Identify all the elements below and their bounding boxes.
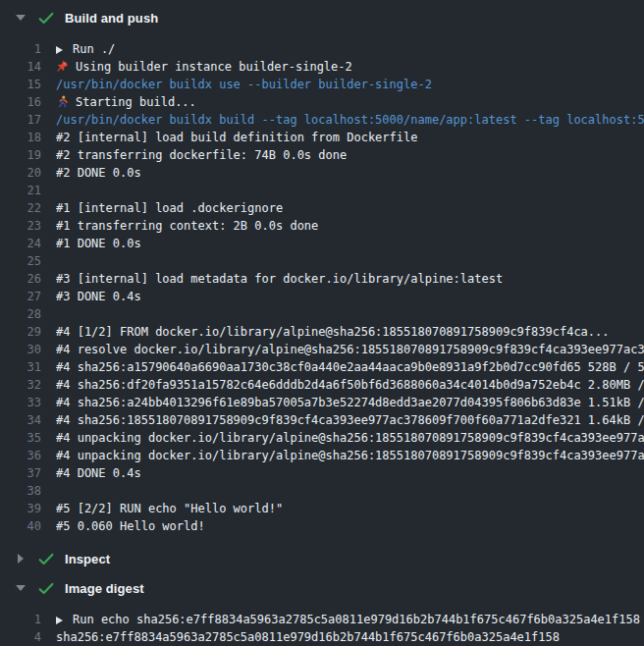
- log-line: 32 #4 sha256:df20fa9351a15782c64e6dddb2d…: [0, 376, 644, 394]
- runner-icon: [56, 95, 69, 108]
- line-number[interactable]: 17: [0, 111, 41, 129]
- line-text: #2 transferring dockerfile: 74B 0.0s don…: [56, 146, 347, 164]
- log-line: 35 #4 unpacking docker.io/library/alpine…: [0, 429, 644, 447]
- step-header[interactable]: Inspect: [0, 548, 644, 569]
- line-number[interactable]: 37: [0, 464, 41, 482]
- line-number[interactable]: 40: [0, 517, 41, 535]
- log-line: 17 /usr/bin/docker buildx build --tag lo…: [0, 111, 644, 129]
- log-line: 16 Starting build...: [0, 93, 644, 111]
- line-number[interactable]: 39: [0, 500, 41, 517]
- log-line: 24 #1 DONE 0.0s: [0, 235, 644, 252]
- step-log-lines: 1 Run ./ 14 Using builder instance build…: [0, 40, 644, 535]
- line-number[interactable]: 20: [0, 164, 41, 182]
- line-text: Using builder instance builder-single-2: [56, 58, 352, 76]
- line-number[interactable]: 18: [0, 129, 41, 146]
- success-check-icon: [38, 11, 54, 25]
- line-text: #1 transferring context: 2B 0.0s done: [56, 217, 318, 235]
- line-number[interactable]: 21: [0, 182, 41, 199]
- step-header[interactable]: Image digest: [0, 577, 644, 599]
- line-number[interactable]: 19: [0, 146, 41, 164]
- line-number[interactable]: 26: [0, 270, 41, 288]
- log-line: 4 sha256:e7ff8834a5963a2785c5a0811e979d1…: [0, 628, 644, 646]
- line-number[interactable]: 14: [0, 58, 41, 76]
- line-text: #5 0.060 Hello world!: [56, 517, 205, 535]
- line-number[interactable]: 35: [0, 429, 41, 447]
- line-number[interactable]: 23: [0, 217, 41, 235]
- success-check-icon: [38, 552, 54, 565]
- line-number[interactable]: 36: [0, 447, 41, 464]
- line-number[interactable]: 1: [0, 611, 41, 628]
- line-number[interactable]: 34: [0, 411, 41, 429]
- play-triangle-icon[interactable]: [56, 617, 63, 624]
- line-text: #4 sha256:185518070891758909c9f839cf4ca3…: [56, 411, 644, 429]
- line-text: /usr/bin/docker buildx build --tag local…: [56, 111, 644, 129]
- pushpin-icon: [56, 60, 69, 73]
- line-number[interactable]: 24: [0, 235, 41, 252]
- log-line: 39 #5 [2/2] RUN echo "Hello world!": [0, 500, 644, 517]
- line-number[interactable]: 28: [0, 305, 41, 323]
- line-text: #4 sha256:a24bb4013296f61e89ba57005a7b3e…: [56, 394, 644, 411]
- line-text[interactable]: Run ./: [56, 40, 115, 58]
- line-text: #4 sha256:df20fa9351a15782c64e6dddb2d4a6…: [56, 376, 644, 394]
- line-number[interactable]: 27: [0, 288, 41, 305]
- line-text: #4 unpacking docker.io/library/alpine@sh…: [56, 447, 644, 464]
- log-line: 27 #3 DONE 0.4s: [0, 288, 644, 305]
- line-number[interactable]: 33: [0, 394, 41, 411]
- step-log-lines: 1 Run echo sha256:e7ff8834a5963a2785c5a0…: [0, 611, 644, 646]
- success-check-icon: [38, 581, 54, 595]
- workflow-log-page: Build and push 1 Run ./ 14 Using builder…: [0, 0, 644, 646]
- line-text: #4 sha256:a15790640a6690aa1730c38cf0a440…: [56, 358, 644, 376]
- log-line: 14 Using builder instance builder-single…: [0, 58, 644, 76]
- log-line: 15 /usr/bin/docker buildx use --builder …: [0, 76, 644, 93]
- log-line: 33 #4 sha256:a24bb4013296f61e89ba57005a7…: [0, 394, 644, 411]
- line-number[interactable]: 32: [0, 376, 41, 394]
- log-line: 37 #4 DONE 0.4s: [0, 464, 644, 482]
- step-title: Inspect: [65, 552, 110, 566]
- log-step-section-inspect: Inspect: [0, 548, 644, 569]
- play-triangle-icon[interactable]: [56, 46, 63, 54]
- log-line: 1 Run ./: [0, 40, 644, 58]
- line-text: #4 [1/2] FROM docker.io/library/alpine@s…: [56, 323, 610, 341]
- line-number[interactable]: 31: [0, 358, 41, 376]
- line-text: /usr/bin/docker buildx use --builder bui…: [56, 76, 432, 93]
- line-number[interactable]: 38: [0, 482, 41, 500]
- log-line: 21: [0, 182, 644, 199]
- line-number[interactable]: 15: [0, 76, 41, 93]
- chevron-icon[interactable]: [16, 13, 26, 23]
- line-number[interactable]: 16: [0, 93, 41, 111]
- log-line: 28: [0, 305, 644, 323]
- line-number[interactable]: 30: [0, 341, 41, 358]
- line-number[interactable]: 1: [0, 40, 41, 58]
- line-text: #3 DONE 0.4s: [56, 288, 141, 305]
- line-number[interactable]: 22: [0, 199, 41, 217]
- step-header[interactable]: Build and push: [0, 7, 644, 28]
- log-line: 25: [0, 252, 644, 270]
- log-line: 29 #4 [1/2] FROM docker.io/library/alpin…: [0, 323, 644, 341]
- log-line: 38: [0, 482, 644, 500]
- line-text: #2 [internal] load build definition from…: [56, 129, 417, 146]
- line-number[interactable]: 29: [0, 323, 41, 341]
- log-line: 19 #2 transferring dockerfile: 74B 0.0s …: [0, 146, 644, 164]
- line-text: #3 [internal] load metadata for docker.i…: [56, 270, 503, 288]
- step-title: Build and push: [65, 11, 158, 26]
- log-line: 1 Run echo sha256:e7ff8834a5963a2785c5a0…: [0, 611, 644, 628]
- log-line: 34 #4 sha256:185518070891758909c9f839cf4…: [0, 411, 644, 429]
- step-title: Image digest: [65, 581, 144, 596]
- log-line: 40 #5 0.060 Hello world!: [0, 517, 644, 535]
- line-text: #2 DONE 0.0s: [56, 164, 141, 182]
- log-line: 31 #4 sha256:a15790640a6690aa1730c38cf0a…: [0, 358, 644, 376]
- log-line: 22 #1 [internal] load .dockerignore: [0, 199, 644, 217]
- log-step-section-image-digest: Image digest 1 Run echo sha256:e7ff8834a…: [0, 577, 644, 646]
- log-line: 20 #2 DONE 0.0s: [0, 164, 644, 182]
- chevron-icon[interactable]: [16, 583, 26, 593]
- chevron-icon[interactable]: [16, 554, 26, 564]
- log-line: 23 #1 transferring context: 2B 0.0s done: [0, 217, 644, 235]
- log-line: 26 #3 [internal] load metadata for docke…: [0, 270, 644, 288]
- line-text: #4 unpacking docker.io/library/alpine@sh…: [56, 429, 644, 447]
- line-number[interactable]: 25: [0, 252, 41, 270]
- line-number[interactable]: 4: [0, 628, 41, 646]
- line-text: #1 DONE 0.0s: [56, 235, 141, 252]
- line-text[interactable]: Run echo sha256:e7ff8834a5963a2785c5a081…: [56, 611, 640, 628]
- line-text: sha256:e7ff8834a5963a2785c5a0811e979d16b…: [56, 628, 560, 646]
- log-step-section-build-and-push: Build and push 1 Run ./ 14 Using builder…: [0, 7, 644, 535]
